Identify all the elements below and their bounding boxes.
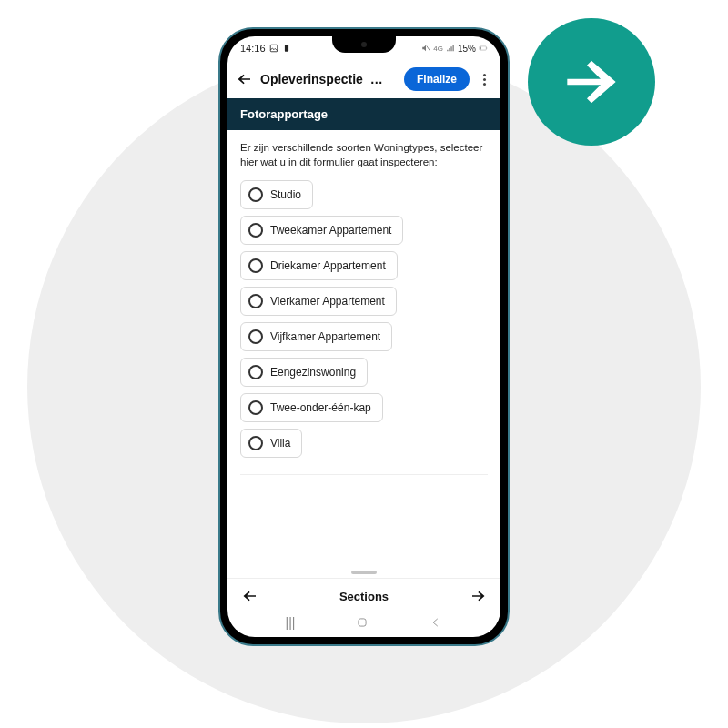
option-villa[interactable]: Villa — [240, 429, 302, 458]
option-label: Tweekamer Appartement — [270, 224, 391, 237]
page-title-ellipsis: … — [370, 72, 383, 86]
svg-rect-1 — [284, 45, 288, 52]
arrow-right-icon — [555, 46, 628, 118]
phone-mockup: 14:16 4G 15% Opleverinspectie … Finalize — [218, 27, 510, 646]
svg-rect-6 — [359, 619, 366, 626]
option-vijfkamer[interactable]: Vijfkamer Appartement — [240, 322, 392, 351]
signal-icon — [446, 44, 455, 53]
intro-text: Er zijn verschillende soorten Woningtype… — [240, 141, 488, 169]
radio-icon — [248, 187, 263, 202]
radio-icon — [248, 400, 263, 415]
radio-icon — [248, 258, 263, 273]
phone-screen: 14:16 4G 15% Opleverinspectie … Finalize — [228, 36, 500, 637]
phone-notch — [332, 36, 396, 53]
radio-icon — [248, 436, 263, 450]
back-button[interactable] — [237, 71, 253, 87]
radio-icon — [248, 365, 263, 379]
option-vierkamer[interactable]: Vierkamer Appartement — [240, 287, 397, 316]
app-header: Opleverinspectie … Finalize — [228, 60, 500, 98]
radio-icon — [248, 329, 263, 344]
options-list: Studio Tweekamer Appartement Driekamer A… — [240, 180, 488, 458]
arrow-right-icon — [470, 588, 486, 604]
status-battery-text: 15% — [458, 44, 476, 54]
battery-saver-icon — [282, 44, 291, 53]
battery-icon — [479, 44, 488, 53]
android-recents-button[interactable]: ||| — [286, 615, 296, 630]
prev-section-button[interactable] — [242, 588, 258, 604]
option-label: Vierkamer Appartement — [270, 295, 385, 308]
option-label: Eengezinswoning — [270, 366, 356, 379]
svg-rect-5 — [480, 47, 480, 50]
option-label: Vijfkamer Appartement — [270, 330, 380, 343]
arrow-left-icon — [237, 71, 253, 87]
bottom-sheet: Sections — [228, 571, 500, 612]
drag-handle-icon[interactable] — [351, 571, 377, 574]
radio-icon — [248, 294, 263, 308]
svg-line-2 — [427, 46, 430, 51]
option-twee-onder-een-kap[interactable]: Twee-onder-één-kap — [240, 393, 383, 422]
android-back-button[interactable] — [430, 616, 442, 629]
android-nav-bar: ||| — [228, 612, 500, 637]
next-callout-badge — [528, 18, 655, 146]
option-driekamer[interactable]: Driekamer Appartement — [240, 251, 398, 280]
section-header: Fotorapportage — [228, 98, 500, 130]
status-time: 14:16 — [240, 43, 266, 54]
option-label: Villa — [270, 437, 290, 450]
page-title: Opleverinspectie — [260, 72, 363, 86]
radio-icon — [248, 223, 263, 238]
option-eengezinswoning[interactable]: Eengezinswoning — [240, 358, 368, 387]
bottom-nav: Sections — [228, 578, 500, 612]
overflow-menu-button[interactable] — [477, 74, 491, 86]
svg-rect-4 — [486, 47, 487, 49]
section-divider — [240, 474, 488, 475]
android-home-button[interactable] — [356, 616, 369, 629]
form-content: Er zijn verschillende soorten Woningtype… — [228, 130, 500, 571]
option-studio[interactable]: Studio — [240, 180, 313, 209]
status-network-icon: 4G — [433, 45, 443, 53]
option-label: Twee-onder-één-kap — [270, 401, 371, 414]
finalize-button[interactable]: Finalize — [404, 67, 470, 91]
svg-rect-0 — [270, 45, 278, 52]
option-label: Studio — [270, 188, 301, 201]
bottom-nav-title: Sections — [339, 590, 389, 603]
arrow-left-icon — [242, 588, 258, 604]
next-section-button[interactable] — [470, 588, 486, 604]
option-tweekamer[interactable]: Tweekamer Appartement — [240, 216, 403, 245]
volume-mute-icon — [421, 44, 430, 53]
option-label: Driekamer Appartement — [270, 259, 386, 272]
image-icon — [269, 44, 278, 53]
